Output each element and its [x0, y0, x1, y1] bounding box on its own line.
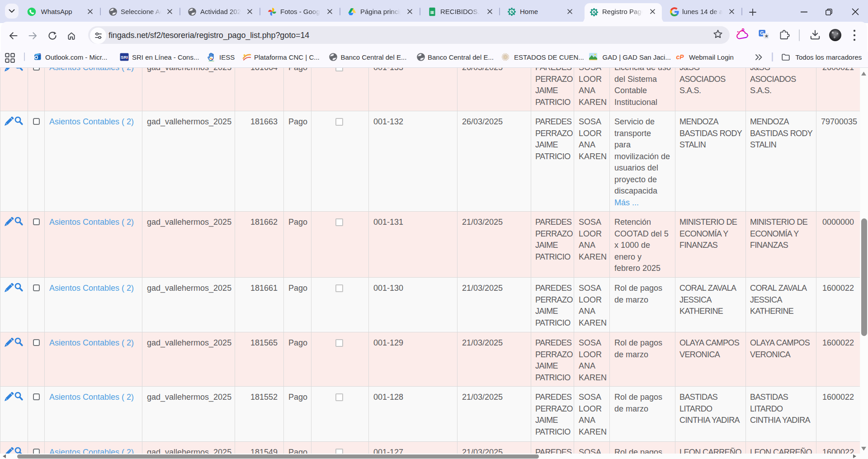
svg-text:★: ★: [764, 33, 769, 38]
svg-text:cP: cP: [676, 53, 684, 61]
